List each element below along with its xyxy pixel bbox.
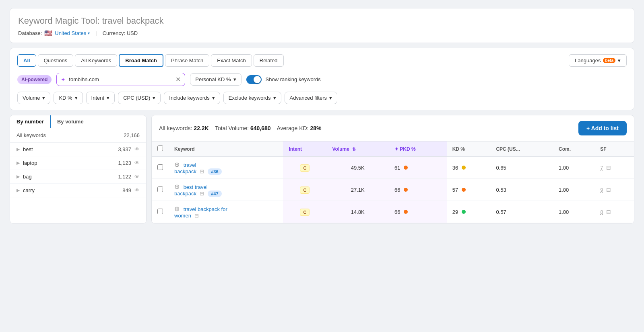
avg-kd-label: Average KD: [277,125,308,131]
filter-include-keywords[interactable]: Include keywords ▾ [164,92,220,104]
sidebar-header-label: All keywords [17,132,46,138]
expand-icon: ▶ [17,160,20,166]
main-content: By number By volume All keywords 22,166 … [10,115,634,223]
sort-icon: ⇅ [352,147,356,152]
filter-intent-chevron: ▾ [107,95,109,101]
row2-sf-value: 9 [600,187,603,193]
filter-advanced[interactable]: Advanced filters ▾ [285,92,338,104]
table-wrap: Keyword Intent Volume ⇅ ✦ PKD % KD % CPC… [152,141,634,223]
filter-volume[interactable]: Volume ▾ [17,92,50,104]
pkd-chevron-icon: ▾ [233,76,236,82]
ai-badge: AI-powered [17,75,52,84]
filter-intent-label: Intent [91,95,105,101]
ranking-toggle-wrap: Show ranking keywords [246,75,321,84]
row1-checkbox-cell [152,157,169,179]
row3-pkd-cell: 66 [389,201,447,223]
add-keyword-icon[interactable]: ⊕ [174,161,180,168]
row2-keyword-cell: ⊕ best travelbackpack ⊟ #47 [169,179,283,201]
row3-keyword-link[interactable]: travel backpack forwomen [174,206,227,219]
add-keyword-icon[interactable]: ⊕ [174,205,180,212]
table-row: ⊕ travelbackpack ⊟ #36 C 49.5K 61 [152,157,634,179]
page-icon: ⊟ [200,191,204,197]
row3-kd-cell: 29 [447,201,491,223]
flag-icon: 🇺🇸 [44,29,52,37]
row1-pkd-dot [404,166,408,170]
filter-cpc-chevron: ▾ [153,95,155,101]
th-volume[interactable]: Volume ⇅ [326,141,389,157]
filters-row: Volume ▾ KD % ▾ Intent ▾ CPC (USD) ▾ Inc… [17,92,627,104]
filter-intent[interactable]: Intent ▾ [86,92,115,104]
pkd-dropdown[interactable]: Personal KD % ▾ [190,73,241,86]
th-sf: SF [594,141,634,157]
row2-pkd-cell: 66 [389,179,447,201]
pkd-label: Personal KD % [195,76,231,82]
sidebar-by-volume-btn[interactable]: By volume [51,115,90,128]
expand-icon: ▶ [17,174,20,179]
row1-intent-tag: C [300,164,310,172]
row2-rank-badge: #47 [208,191,221,197]
row3-volume-cell: 14.8K [326,201,389,223]
row3-pkd-dot [404,210,408,214]
tab-all[interactable]: All [17,54,36,67]
row1-volume-cell: 49.5K [326,157,389,179]
eye-icon[interactable]: 👁 [134,160,140,166]
row2-sf-cell: 9 ⊟ [594,179,634,201]
filter-volume-chevron: ▾ [42,95,45,101]
filter-kd[interactable]: KD % ▾ [54,92,83,104]
sidebar-item-count: 1,123 [118,160,131,166]
page-icon: ⊟ [194,213,199,219]
tab-questions[interactable]: Questions [38,54,74,67]
row2-cpc-cell: 0.53 [490,179,553,201]
tab-exact-match[interactable]: Exact Match [211,54,252,67]
filter-cpc[interactable]: CPC (USD) ▾ [118,92,161,104]
tab-phrase-match[interactable]: Phrase Match [165,54,209,67]
sidebar-by-number-btn[interactable]: By number [10,115,51,128]
row2-kd-value: 57 [452,187,458,193]
row3-pkd-value: 66 [394,209,400,215]
row1-cpc-cell: 0.65 [490,157,553,179]
ai-input-wrap[interactable]: ✦ ✕ [56,73,185,86]
add-to-list-button[interactable]: + Add to list [578,121,627,135]
tab-broad-match[interactable]: Broad Match [119,54,163,67]
filter-exclude-keywords[interactable]: Exclude keywords ▾ [223,92,281,104]
ai-row: AI-powered ✦ ✕ Personal KD % ▾ Show rank… [17,73,627,86]
all-keywords-label: All keywords: [159,125,192,131]
header-section: Keyword Magic Tool: travel backpack Data… [10,8,634,43]
add-keyword-icon[interactable]: ⊕ [174,183,180,190]
show-ranking-toggle[interactable] [246,75,262,84]
tab-all-keywords[interactable]: All Keywords [75,54,117,67]
row1-rank-badge: #36 [208,168,221,175]
row3-intent-tag: C [300,209,310,216]
row2-volume-cell: 27.1K [326,179,389,201]
list-item[interactable]: ▶ carry 849 👁 [10,184,146,197]
languages-button[interactable]: Languages beta ▾ [569,54,627,67]
list-item[interactable]: ▶ bag 1,122 👁 [10,170,146,184]
clear-input-button[interactable]: ✕ [175,76,181,83]
row3-checkbox[interactable] [157,209,163,214]
select-all-checkbox[interactable] [157,146,163,151]
table-row: ⊕ best travelbackpack ⊟ #47 C 27.1K 66 [152,179,634,201]
currency-label: Currency: USD [103,30,138,36]
eye-icon[interactable]: 👁 [134,174,140,180]
row1-sf-value: 7 [600,165,603,171]
sidebar-item-count: 849 [122,187,131,193]
tabs-row: All Questions All Keywords Broad Match P… [17,54,627,67]
tab-related[interactable]: Related [254,54,284,67]
row1-checkbox[interactable] [157,164,163,170]
list-item[interactable]: ▶ laptop 1,123 👁 [10,156,146,170]
page-wrapper: Keyword Magic Tool: travel backpack Data… [0,0,644,332]
chevron-down-icon: ▾ [618,57,621,64]
ai-domain-input[interactable] [69,76,172,82]
country-link[interactable]: United States ▾ [55,30,90,36]
list-item[interactable]: ▶ best 3,937 👁 [10,143,146,156]
filter-include-label: Include keywords [169,95,209,101]
eye-icon[interactable]: 👁 [134,146,140,152]
total-volume-value: 640,680 [250,125,271,131]
row2-com-cell: 1.00 [553,179,594,201]
eye-icon[interactable]: 👁 [134,187,140,193]
row3-cpc-cell: 0.57 [490,201,553,223]
row3-kd-value: 29 [452,209,458,215]
row1-sf-cell: 7 ⊟ [594,157,634,179]
row3-sf-cell: 8 ⊟ [594,201,634,223]
row2-checkbox[interactable] [157,186,163,192]
